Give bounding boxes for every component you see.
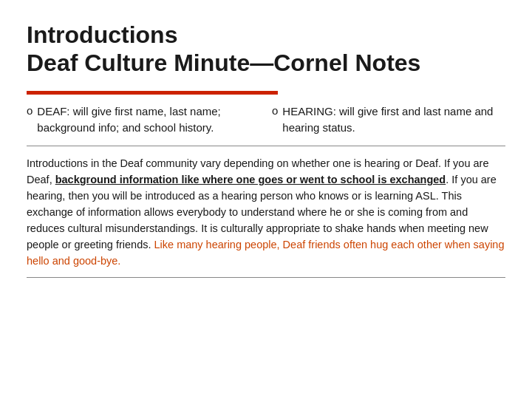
right-column-text: HEARING: will give first and last name a… [282,103,505,136]
bottom-divider [27,277,505,278]
body-paragraph: Introductions in the Deaf community vary… [27,155,505,269]
section-divider [27,146,505,146]
page: Introductions Deaf Culture Minute—Cornel… [0,0,532,399]
body-part2-bold-underline: background information like where one go… [55,174,446,185]
left-bullet: o [27,104,33,117]
title-line1: Introductions [27,21,505,49]
right-bullet: o [272,104,278,117]
right-column: o HEARING: will give first and last name… [272,103,505,136]
left-column: o DEAF: will give first name, last name;… [27,103,260,136]
two-column-section: o DEAF: will give first name, last name;… [27,103,505,136]
left-column-text: DEAF: will give first name, last name; b… [37,103,260,136]
title-line2: Deaf Culture Minute—Cornel Notes [27,49,505,77]
title-block: Introductions Deaf Culture Minute—Cornel… [27,21,505,78]
red-divider-bar [27,91,278,95]
